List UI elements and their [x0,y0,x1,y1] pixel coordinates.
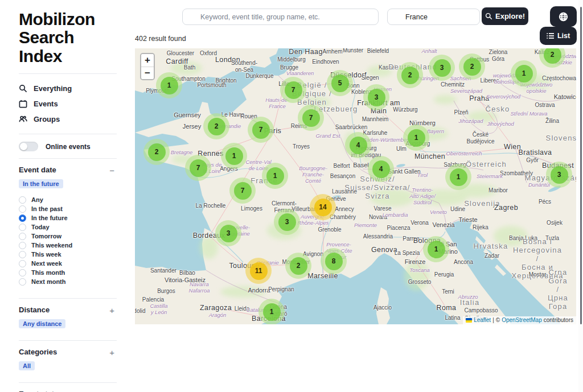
osm-link[interactable]: OpenStreetMap [502,317,542,323]
radio-label: This weekend [31,242,72,249]
radio-circle[interactable] [19,278,26,286]
radio-option-in-the-past[interactable]: In the past [19,204,117,213]
language-globe-button[interactable] [550,6,577,27]
cluster-count: 1 [263,303,281,321]
cluster-count: 2 [401,67,419,84]
event-cluster-marker[interactable]: 1 [445,164,471,190]
radio-option-next-month[interactable]: Next month [19,277,117,286]
sidebar-item-groups[interactable]: Groups [19,112,117,127]
event-cluster-marker[interactable]: 7 [298,105,324,131]
radio-label: Next week [31,260,62,267]
event-cluster-marker[interactable]: 7 [229,178,256,204]
radio-label: Tomorrow [31,233,61,240]
leaflet-link[interactable]: Leaflet [474,317,491,323]
radio-option-tomorrow[interactable]: Tomorrow [19,232,117,241]
divider [19,158,117,159]
radio-circle[interactable] [19,260,26,267]
toggle-knob [20,143,27,150]
event-cluster-marker[interactable]: 8 [321,248,347,274]
expand-icon[interactable]: + [107,348,117,358]
radio-label: In the future [31,214,68,221]
event-cluster-marker[interactable]: 2 [459,53,485,80]
online-events-toggle[interactable] [19,142,38,151]
collapse-icon[interactable]: − [107,166,117,176]
search-input[interactable] [182,9,379,25]
filter-event-status: Event status + Confirmed [19,390,117,392]
event-cluster-marker[interactable]: 1 [258,299,285,324]
scrollbar-thumb[interactable] [580,7,582,324]
event-cluster-marker[interactable]: 2 [285,253,311,279]
cluster-count: 1 [450,168,467,186]
radio-circle[interactable] [19,196,26,204]
divider [19,134,117,134]
event-cluster-marker[interactable]: 7 [248,117,274,143]
event-cluster-marker[interactable]: 4 [368,156,394,182]
cluster-count: 11 [250,262,268,280]
page-scrollbar[interactable] [578,0,583,392]
event-cluster-marker[interactable]: 7 [280,77,306,103]
divider [19,340,117,341]
radio-circle[interactable] [19,242,26,249]
sidebar-item-events[interactable]: Events [19,96,117,112]
filter-event-date: Event date − In the future AnyIn the pas… [19,166,117,286]
online-events-label: Online events [46,143,91,151]
event-cluster-marker[interactable]: 5 [327,70,353,96]
event-cluster-marker[interactable]: 1 [511,60,537,86]
expand-icon[interactable]: + [107,306,117,316]
globe-icon [559,12,568,22]
radio-option-this-weekend[interactable]: This weekend [19,241,117,250]
event-cluster-marker[interactable]: 1 [262,163,288,189]
calendar-icon [19,100,27,108]
radio-label: This month [31,269,65,276]
event-cluster-marker[interactable]: 7 [185,155,211,181]
divider [19,298,117,299]
event-cluster-marker[interactable]: 11 [245,258,272,284]
radio-option-today[interactable]: Today [19,222,117,232]
sidebar-item-everything[interactable]: Everything [19,81,117,96]
event-cluster-marker[interactable]: 1 [403,125,429,151]
zoom-out-button[interactable]: − [141,67,154,79]
event-cluster-marker[interactable]: 3 [429,55,455,81]
list-view-button[interactable]: List [540,27,577,45]
radio-circle[interactable] [19,224,26,231]
event-cluster-marker[interactable]: 3 [363,84,389,110]
cluster-count: 2 [290,257,307,275]
radio-option-any[interactable]: Any [19,195,117,204]
event-cluster-marker[interactable]: 14 [310,194,336,220]
explore-button[interactable]: Explore! [482,7,528,25]
expand-icon[interactable]: + [107,390,117,392]
topbar: Explore! List [135,0,583,48]
radio-option-this-week[interactable]: This week [19,250,117,259]
divider [19,73,117,74]
radio-label: This week [31,251,61,258]
radio-option-next-week[interactable]: Next week [19,259,117,268]
map[interactable]: + − GloucesterOxfordLondonSouthend- on-S… [135,48,576,324]
event-cluster-marker[interactable]: 2 [203,113,229,139]
radio-option-in-the-future[interactable]: In the future [19,213,117,222]
cluster-count: 8 [325,253,343,270]
radio-circle[interactable] [19,269,26,277]
zoom-in-button[interactable]: + [141,54,154,67]
radio-circle[interactable] [19,233,26,240]
radio-circle[interactable] [19,205,26,213]
event-cluster-marker[interactable]: 1 [423,236,449,262]
radio-circle[interactable] [19,251,26,258]
event-cluster-marker[interactable]: 3 [215,220,241,246]
event-cluster-marker[interactable]: 2 [397,62,423,88]
cluster-count: 3 [278,213,296,231]
online-events-toggle-row: Online events [19,142,117,151]
contributors-text: contributors [544,317,573,323]
radio-option-this-month[interactable]: This month [19,268,117,277]
cluster-count: 5 [331,75,349,92]
event-cluster-marker[interactable]: 3 [274,209,300,235]
event-cluster-marker[interactable]: 2 [143,139,170,165]
location-input[interactable] [387,9,480,25]
filter-title: Distance [19,306,50,314]
event-cluster-marker[interactable]: 4 [345,132,371,158]
radio-circle[interactable] [19,214,26,222]
event-cluster-marker[interactable]: 3 [546,162,572,188]
divider [19,382,117,383]
event-cluster-marker[interactable]: 1 [221,143,247,169]
event-cluster-marker[interactable]: 1 [156,72,182,98]
filter-title: Event status [19,390,63,392]
